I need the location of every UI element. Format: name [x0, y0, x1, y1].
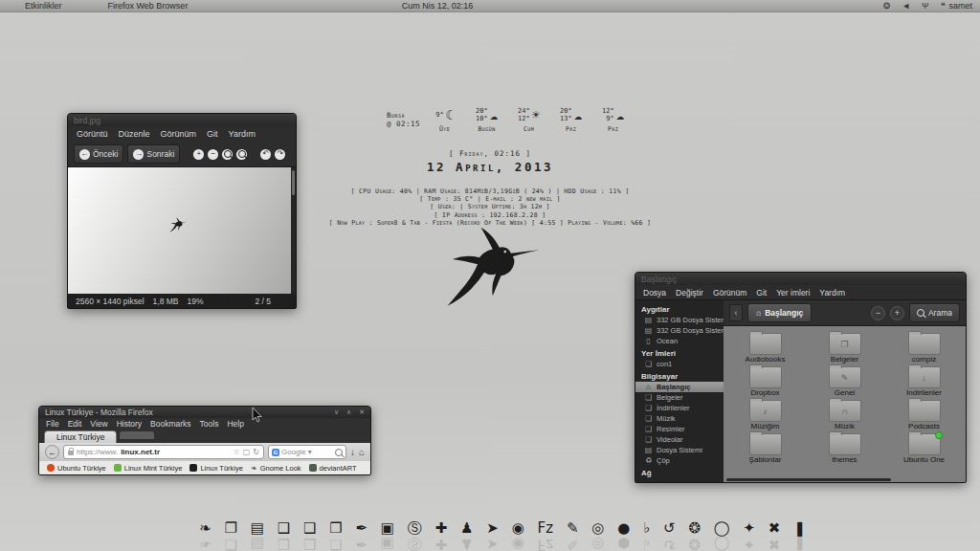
sidebar-item-dosya-sistemi[interactable]: ▤Dosya Sistemi — [635, 445, 724, 455]
appmenu-button[interactable]: Firefox Web Browser — [108, 1, 189, 11]
dock-icon-sync[interactable]: ↺ — [663, 520, 676, 537]
menu-file[interactable]: File — [46, 419, 59, 429]
dock-icon-tools[interactable]: ✚ — [435, 520, 448, 537]
nav-back-button[interactable]: ‹ — [729, 304, 743, 321]
sidebar-item-con1[interactable]: ❏con1 — [635, 359, 724, 369]
dock-icon-cutter[interactable]: ✖ — [768, 520, 781, 537]
sidebar-item-indirilenler[interactable]: ❏İndirilenler — [635, 403, 724, 413]
reader-icon[interactable]: ▢ — [243, 448, 251, 456]
bookmark-ubuntu-turkiye[interactable]: Ubuntu Türkiye — [47, 464, 106, 473]
accessibility-icon[interactable]: ❂ — [883, 1, 891, 11]
bookmark-deviantart[interactable]: deviantART — [309, 464, 357, 473]
image-viewer-titlebar[interactable]: bird.jpg — [68, 114, 296, 126]
dock-icon-gnome-footprint[interactable]: ❧ — [199, 520, 212, 537]
dock-icon-media-player[interactable]: ▤ — [251, 520, 264, 537]
minimize-icon[interactable]: ∨ — [334, 408, 339, 416]
dock-icon-chromium[interactable]: ❂ — [688, 520, 701, 537]
dock-icon-chat-3[interactable]: ❒ — [329, 520, 342, 537]
close-icon[interactable]: ✕ — [359, 408, 365, 416]
dock-icon-thunderbird[interactable]: ♭ — [643, 520, 650, 537]
activities-button[interactable]: Etkinlikler — [25, 1, 62, 11]
menu-git[interactable]: Git — [756, 288, 767, 298]
folder-belgeler[interactable]: ❐ Belgeler — [805, 333, 884, 364]
dock-icon-opera[interactable]: ◯ — [714, 520, 730, 537]
dock-icon-chat[interactable]: ❑ — [278, 520, 290, 537]
bookmark-linux-mint-turkiye[interactable]: Linux Mint Türkiye — [114, 464, 183, 473]
dock-icon-screenshot[interactable]: ❐ — [224, 520, 236, 537]
image-canvas[interactable] — [68, 167, 296, 294]
menu-yardim[interactable]: Yardım — [229, 129, 256, 139]
folder-genel[interactable]: ✎ Genel — [805, 366, 884, 397]
bookmark-star-icon[interactable]: ☆ — [234, 448, 240, 456]
menu-bookmarks[interactable]: Bookmarks — [150, 419, 191, 429]
dock-icon-chat-2[interactable]: ❑ — [303, 520, 316, 537]
sidebar-item-resimler[interactable]: ❏Resimler — [635, 424, 724, 434]
folder-themes[interactable]: themes — [805, 433, 884, 464]
sidebar-item-belgeler[interactable]: ❏Belgeler — [635, 392, 724, 403]
bookmark-gnome-look[interactable]: ❧ Gnome Look — [251, 464, 301, 473]
zoom-in-button[interactable]: + — [890, 306, 904, 320]
back-button[interactable]: ← — [45, 445, 59, 459]
sidebar-item-filesystem-2[interactable]: ▤332 GB Dosya Sistemi — [635, 325, 724, 336]
user-menu[interactable]: ❝ samet — [941, 1, 972, 11]
tab-linux-turkiye[interactable]: Linux Türkiye — [44, 430, 117, 443]
dock-icon-pointer[interactable]: ➤ — [486, 520, 499, 537]
folder-muzigim[interactable]: ♪ Müziğim — [725, 400, 805, 430]
menu-dosya[interactable]: Dosya — [643, 288, 666, 298]
menu-goruntu[interactable]: Görüntü — [77, 129, 108, 139]
folder-dropbox[interactable]: Dropbox — [725, 366, 805, 397]
menu-yer-imleri[interactable]: Yer imleri — [776, 288, 810, 298]
menu-help[interactable]: Help — [227, 419, 243, 429]
folder-indirilenler[interactable]: ↓ İndirilenler — [884, 366, 964, 397]
menu-degistir[interactable]: Değiştir — [676, 288, 703, 298]
folder-sablonlar[interactable]: Şablonlar — [725, 433, 805, 464]
sidebar-item-home[interactable]: ⌂Başlangıç — [635, 382, 724, 392]
menu-history[interactable]: History — [117, 419, 142, 429]
maximize-icon[interactable]: ∧ — [346, 408, 351, 416]
dock-icon-editor[interactable]: ✎ — [567, 520, 579, 537]
bookmark-linux-turkiye[interactable]: Linux Türkiye — [189, 464, 242, 473]
dock-icon-alien[interactable]: ♟ — [460, 520, 473, 537]
dock-icon-video-player[interactable]: ◎ — [591, 520, 604, 537]
sidebar-item-cop[interactable]: ♻Çöp — [635, 455, 724, 466]
sidebar-item-videolar[interactable]: ❏Videolar — [635, 434, 724, 445]
clock[interactable]: Cum Nis 12, 02:16 — [402, 1, 474, 11]
dock-icon-disc-burner[interactable]: ● — [617, 520, 630, 537]
menu-tools[interactable]: Tools — [200, 419, 219, 429]
folder-compiz[interactable]: compiz — [884, 333, 964, 364]
home-icon[interactable]: ⌂ — [359, 448, 365, 457]
horizontal-scrollbar[interactable] — [726, 478, 891, 481]
menu-edit[interactable]: Edit — [68, 419, 82, 429]
folder-muzik[interactable]: ∩ Müzik — [805, 400, 884, 430]
menu-view[interactable]: View — [90, 419, 107, 429]
menu-git[interactable]: Git — [207, 129, 218, 139]
viewer-scrollbar[interactable] — [291, 167, 296, 294]
volume-icon[interactable]: ◄ — [902, 1, 910, 11]
menu-gorunum[interactable]: Görünüm — [161, 129, 197, 139]
dock-icon-doc-viewer[interactable]: ❚ — [793, 520, 806, 537]
dock-icon-ink-pen[interactable]: ✒ — [355, 520, 368, 537]
firefox-titlebar[interactable]: Linux Türkiye - Mozilla Firefox ∨ ∧ ✕ — [39, 407, 370, 418]
url-bar[interactable]: https://www. linux.net.tr ☆ ▢ ↻ — [63, 445, 264, 459]
file-manager-titlebar[interactable]: Başlangıç — [635, 273, 966, 285]
sidebar-item-filesystem-1[interactable]: ▤332 GB Dosya Sistemi — [635, 315, 724, 325]
zoom-out-button[interactable]: − — [871, 306, 885, 320]
menu-yardim[interactable]: Yardım — [819, 288, 845, 298]
reload-icon[interactable]: ↻ — [253, 448, 259, 456]
folder-audiobooks[interactable]: Audiobooks — [725, 333, 805, 364]
microphone-icon[interactable]: Ψ — [922, 1, 929, 11]
folder-ubuntu-one[interactable]: Ubuntu One — [884, 433, 964, 464]
menu-gorunum[interactable]: Görünüm — [713, 288, 746, 298]
menu-duzenle[interactable]: Düzenle — [119, 129, 150, 139]
downloads-icon[interactable]: ↓ — [350, 448, 355, 457]
dock-icon-filezilla[interactable]: Fz — [538, 520, 554, 537]
sidebar-item-muzik[interactable]: ❏Müzik — [635, 413, 724, 424]
new-tab-button[interactable] — [120, 431, 154, 439]
dock-icon-nvidia[interactable]: ◉ — [512, 520, 524, 537]
dock-icon-firefox[interactable]: ✦ — [743, 520, 755, 537]
search-button[interactable]: Arama — [909, 303, 960, 322]
path-button-home[interactable]: ⌂ Başlangıç — [747, 303, 812, 322]
dock-icon-skype[interactable]: Ⓢ — [408, 520, 422, 537]
dock-icon-system-monitor[interactable]: ▣ — [381, 520, 394, 537]
search-dropdown-icon[interactable]: ▾ — [308, 448, 312, 456]
